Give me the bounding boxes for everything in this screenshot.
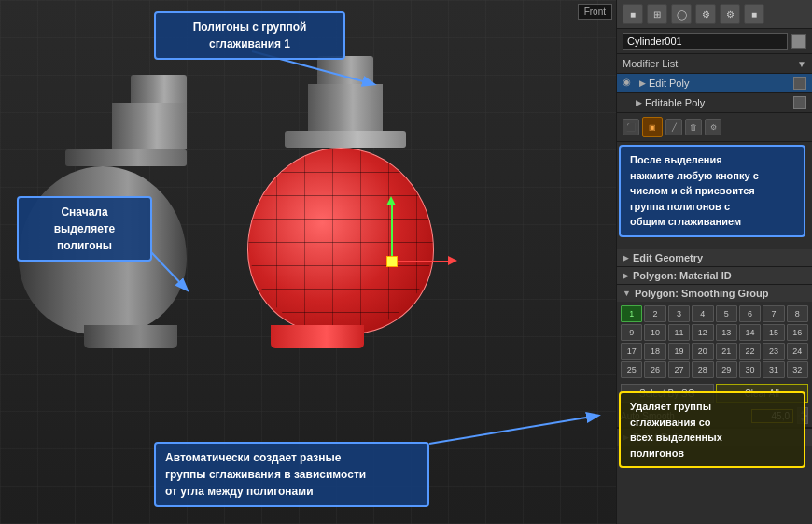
scene-content: Полигоны с группой сглаживания 1 Сначала… [0,0,616,524]
sg-btn-26[interactable]: 26 [644,361,665,378]
sg-btn-28[interactable]: 28 [692,361,713,378]
annotation-right-bottom: Удаляет группысглаживания совсех выделен… [619,391,805,468]
play-icon: ▶ [639,78,646,88]
sub-object-toolbar: ⬛ ▣ ╱ 🗑 ⚙ [617,113,812,142]
sg-btn-20[interactable]: 20 [692,343,713,360]
vase-left-collar [65,149,187,166]
modifier-square-editablepoly [793,96,806,109]
toolbar-cube-btn[interactable]: ■ [623,4,643,24]
sg-btn-9[interactable]: 9 [621,324,642,341]
annotation-top: Полигоны с группой сглаживания 1 [154,11,345,60]
sg-btn-4[interactable]: 4 [692,305,713,322]
smoothing-group-grid: 1 2 3 4 5 6 7 8 9 10 11 12 13 14 15 16 1… [617,302,812,382]
section-material-id: ▶ Polygon: Material ID [617,267,812,285]
annotation-right-mid: После выделениянажмите любую кнопку счис… [619,145,805,237]
sg-btn-25[interactable]: 25 [621,361,642,378]
sg-btn-7[interactable]: 7 [763,305,784,322]
sg-btn-27[interactable]: 27 [668,361,690,378]
sg-btn-2[interactable]: 2 [644,305,665,322]
right-panel: ■ ⊞ ◯ ⚙ ⚙ ■ Modifier List ▼ ◉ ▶ Edit Pol… [616,0,812,524]
object-color-box[interactable] [791,34,806,49]
sg-btn-5[interactable]: 5 [716,305,737,322]
gizmo-y-arrow [386,196,396,205]
sub-btn-vertex[interactable]: ⬛ [623,119,639,135]
sg-btn-6[interactable]: 6 [739,305,761,322]
modifier-name-editpoly: Edit Poly [649,78,793,89]
toolbar-sphere-btn[interactable]: ◯ [671,4,692,24]
object-name-input[interactable] [623,33,788,50]
sg-btn-29[interactable]: 29 [716,361,737,378]
sg-btn-17[interactable]: 17 [621,343,642,360]
sg-btn-32[interactable]: 32 [787,361,808,378]
sg-btn-10[interactable]: 10 [644,324,665,341]
section-edit-geometry: ▶ Edit Geometry [617,249,812,267]
vase-left-neck-top [131,75,187,103]
gizmo-y-axis [391,205,393,262]
sg-btn-16[interactable]: 16 [787,324,808,341]
annotation-bottom: Автоматически создает разныегруппы сглаж… [154,442,429,507]
section-title-edit-geometry: Edit Geometry [633,252,703,263]
vase-left-base [84,325,177,348]
gizmo-x-arrow [448,256,457,265]
eye-icon[interactable]: ◉ [623,77,636,90]
sg-btn-21[interactable]: 21 [716,343,737,360]
modifier-list-dropdown-arrow[interactable]: ▼ [797,59,806,69]
sg-btn-24[interactable]: 24 [787,343,808,360]
section-header-material-id[interactable]: ▶ Polygon: Material ID [617,267,812,284]
annotation-left: Сначалавыделяетеполигоны [17,196,152,262]
sg-btn-23[interactable]: 23 [763,343,784,360]
sg-btn-14[interactable]: 14 [739,324,761,341]
viewport: Полигоны с группой сглаживания 1 Сначала… [0,0,616,524]
modifier-list-header: Modifier List ▼ [617,54,812,74]
section-title-smoothing-group: Polygon: Smoothing Group [635,288,769,299]
sg-btn-12[interactable]: 12 [692,324,713,341]
sub-btn-polygon[interactable]: ▣ [642,117,663,137]
modifier-name-editablepoly: Editable Poly [645,97,793,108]
toolbar-grid-btn[interactable]: ⊞ [647,4,667,24]
vase-right-base [271,325,364,348]
sub-btn-edge[interactable]: ╱ [665,119,682,135]
sg-btn-30[interactable]: 30 [739,361,761,378]
sg-btn-22[interactable]: 22 [739,343,761,360]
panel-toolbar: ■ ⊞ ◯ ⚙ ⚙ ■ [617,0,812,29]
sg-btn-18[interactable]: 18 [644,343,665,360]
play-icon-2: ▶ [636,98,642,107]
sg-btn-11[interactable]: 11 [668,324,690,341]
gizmo-center [386,256,398,267]
viewport-label: Front [578,4,612,20]
section-header-edit-geometry[interactable]: ▶ Edit Geometry [617,249,812,266]
section-title-material-id: Polygon: Material ID [633,270,732,281]
section-header-smoothing-group[interactable]: ▼ Polygon: Smoothing Group [617,285,812,302]
gizmo-x-axis [392,261,448,262]
sg-btn-1[interactable]: 1 [621,305,642,322]
object-name-row [617,29,812,54]
sg-btn-8[interactable]: 8 [787,305,808,322]
modifier-item-editpoly[interactable]: ◉ ▶ Edit Poly [617,74,812,93]
vase-right-collar [285,131,406,148]
vase-right-neck-mid [308,84,383,131]
vase-left-neck-mid [112,103,187,149]
toolbar-gear-btn[interactable]: ⚙ [695,4,716,24]
section-arrow-edit-geometry: ▶ [623,253,629,262]
modifier-list-label: Modifier List [623,58,797,69]
toolbar-extra-btn[interactable]: ■ [744,4,764,24]
sg-btn-13[interactable]: 13 [716,324,737,341]
sg-btn-31[interactable]: 31 [763,361,784,378]
section-arrow-material-id: ▶ [623,271,629,280]
toolbar-scene-btn[interactable]: ⚙ [720,4,740,24]
vase-right-neck-top [317,56,373,84]
sub-btn-delete[interactable]: 🗑 [685,119,702,135]
sub-btn-settings[interactable]: ⚙ [705,119,721,135]
sg-btn-3[interactable]: 3 [668,305,690,322]
sg-btn-19[interactable]: 19 [668,343,690,360]
vase-right-body [247,148,434,334]
modifier-square-editpoly [793,77,806,90]
svg-line-2 [429,416,597,444]
modifier-item-editablepoly[interactable]: ▶ Editable Poly [617,93,812,113]
section-arrow-smoothing-group: ▼ [623,289,631,298]
sg-btn-15[interactable]: 15 [763,324,784,341]
